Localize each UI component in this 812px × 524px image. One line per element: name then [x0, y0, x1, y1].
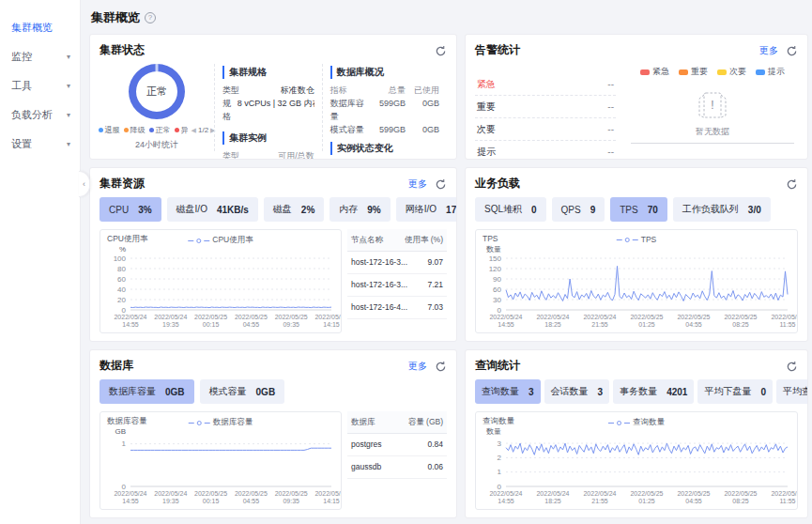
chevron-down-icon: ▾	[67, 140, 70, 148]
chip-memory[interactable]: 内存9%	[329, 197, 390, 222]
svg-text:数量: 数量	[486, 427, 501, 436]
alarm-row-hint: 提示--	[475, 141, 616, 160]
svg-text:2022/05/2511:55: 2022/05/2511:55	[771, 490, 797, 504]
chip-avg-spill[interactable]: 平均下盘量0	[697, 379, 773, 404]
section-heading: 集群规格	[222, 66, 314, 79]
svg-text:150: 150	[489, 254, 502, 263]
refresh-icon[interactable]	[786, 44, 798, 56]
chip-db-capacity[interactable]: 数据库容量0GB	[100, 379, 194, 404]
card-title: 查询统计	[475, 358, 520, 374]
card-title: 集群状态	[100, 42, 145, 58]
empty-state: ! 暂无数据	[693, 85, 732, 138]
resources-more-link[interactable]: 更多	[408, 177, 427, 191]
alarm-severity-list: 紧急-- 重要-- 次要-- 提示--	[475, 64, 616, 151]
chart-title: 数据库容量	[107, 416, 147, 427]
sidebar-item-cluster-overview[interactable]: 集群概览	[0, 13, 80, 42]
chart-title: TPS	[483, 234, 498, 243]
chip-tps[interactable]: TPS70	[610, 197, 667, 222]
chip-network-io[interactable]: 网络I/O17KB/s	[396, 197, 457, 222]
svg-text:2022/05/2414:55: 2022/05/2414:55	[114, 314, 146, 328]
help-icon[interactable]: ?	[145, 12, 156, 23]
sidebar-item-tools[interactable]: 工具 ▾	[0, 71, 80, 100]
alarms-more-link[interactable]: 更多	[759, 44, 778, 57]
svg-text:2022/05/2421:55: 2022/05/2421:55	[583, 314, 616, 328]
sidebar-item-label: 设置	[11, 137, 32, 151]
chip-cpu[interactable]: CPU3%	[100, 197, 161, 222]
svg-text:2022/05/2514:15: 2022/05/2514:15	[314, 314, 341, 328]
page-header: 集群概览 ?	[89, 8, 807, 34]
legend-item-decommissioned[interactable]: 退服	[99, 125, 120, 135]
alarm-chart-baseline	[631, 143, 794, 144]
legend-item-hint[interactable]: 提示	[756, 66, 785, 78]
db-chart-legend[interactable]: 数据库容量	[189, 417, 253, 428]
db-overview-row: 数据库容量599GB0GB	[330, 97, 439, 123]
chip-session-count[interactable]: 会话数量3	[544, 379, 610, 404]
svg-text:80: 80	[117, 265, 126, 273]
spec-row: 类型标准数仓	[222, 84, 314, 97]
query-chart-legend[interactable]: 查询数量	[608, 417, 665, 428]
chart-title: 查询数量	[483, 416, 514, 427]
chip-avg-query-time[interactable]: 平均查询耗时0	[776, 379, 808, 404]
svg-text:2022/05/2508:25: 2022/05/2508:25	[724, 314, 757, 328]
chip-workload-queue[interactable]: 工作负载队列3/0	[673, 197, 771, 222]
svg-text:2022/05/2500:15: 2022/05/2500:15	[194, 314, 227, 328]
legend-swatch	[717, 69, 727, 75]
sidebar-item-label: 监控	[11, 50, 32, 64]
chip-qps[interactable]: QPS9	[552, 197, 605, 222]
cpu-chart-legend[interactable]: CPU使用率	[188, 235, 253, 246]
refresh-icon[interactable]	[435, 44, 447, 56]
pager-prev-icon[interactable]: ◀	[192, 127, 196, 134]
table-row: postgres0.84	[347, 434, 447, 456]
legend-item-major[interactable]: 重要	[679, 66, 708, 78]
refresh-icon[interactable]	[786, 177, 798, 190]
chevron-down-icon: ▾	[67, 111, 70, 119]
cpu-usage-chart: CPU使用率 CPU使用率 020406080100%2022/05/2414:…	[100, 229, 342, 333]
chip-disk[interactable]: 磁盘2%	[264, 197, 324, 222]
sidebar-item-settings[interactable]: 设置 ▾	[0, 130, 80, 159]
legend-item-critical[interactable]: 紧急	[640, 66, 669, 78]
chip-schema-capacity[interactable]: 模式容量0GB	[200, 379, 285, 404]
card-title: 业务负载	[475, 176, 520, 192]
database-more-link[interactable]: 更多	[408, 360, 427, 373]
svg-text:2022/05/2419:35: 2022/05/2419:35	[154, 314, 187, 328]
db-capacity-table: 数据库容量 (GB) postgres0.84 gaussdb0.06	[347, 411, 447, 510]
legend-item-normal[interactable]: 正常	[149, 125, 171, 135]
svg-text:2022/05/2509:35: 2022/05/2509:35	[275, 314, 308, 328]
legend-swatch	[640, 69, 650, 75]
svg-text:60: 60	[117, 275, 126, 284]
svg-text:2022/05/2418:25: 2022/05/2418:25	[536, 490, 569, 504]
svg-text:2022/05/2504:55: 2022/05/2504:55	[235, 490, 268, 504]
svg-text:GB: GB	[115, 427, 126, 436]
svg-text:2022/05/2414:55: 2022/05/2414:55	[489, 490, 522, 504]
legend-dot	[124, 128, 129, 132]
tps-chart-legend[interactable]: TPS	[617, 235, 657, 244]
legend-item-abnormal[interactable]: 异常	[175, 125, 188, 135]
chip-query-count[interactable]: 查询数量3	[475, 379, 541, 404]
chip-disk-io[interactable]: 磁盘I/O41KB/s	[167, 197, 258, 222]
sidebar-item-label: 集群概览	[11, 21, 53, 35]
refresh-icon[interactable]	[786, 360, 798, 372]
legend-item-degraded[interactable]: 降级	[124, 125, 146, 135]
table-row: host-172-16-3...9.07	[347, 252, 447, 274]
query-statistics-card: 查询统计 查询数量3 会话数量3 事务数量4201 平均下盘量0 平均查询耗时0	[465, 349, 808, 518]
db-overview-header: 指标总量已使用	[330, 84, 439, 97]
sidebar-item-workload-analysis[interactable]: 负载分析 ▾	[0, 100, 80, 130]
svg-text:数量: 数量	[486, 245, 501, 254]
table-row: gaussdb0.06	[347, 456, 447, 479]
table-header: 数据库容量 (GB)	[347, 411, 447, 434]
svg-text:3: 3	[498, 439, 502, 448]
sidebar-item-monitoring[interactable]: 监控 ▾	[0, 42, 80, 71]
chart-title: CPU使用率	[107, 234, 147, 245]
query-metric-chips: 查询数量3 会话数量3 事务数量4201 平均下盘量0 平均查询耗时0	[475, 379, 798, 404]
cluster-health-gauge: 正常 退服 降级 正常 异常 ◀1/2▶ 24小时统计	[100, 64, 214, 151]
spec-row: 规格8 vCPUs | 32 GB 内存 | 400 G...	[222, 97, 314, 123]
refresh-icon[interactable]	[435, 360, 447, 372]
alarm-row-minor: 次要--	[475, 118, 616, 141]
instances-header: 类型可用/总数	[222, 149, 314, 160]
refresh-icon[interactable]	[435, 177, 447, 190]
donut-tick	[156, 64, 159, 71]
legend-item-minor[interactable]: 次要	[717, 66, 746, 78]
chip-transaction-count[interactable]: 事务数量4201	[613, 379, 694, 404]
chip-sql-backlog[interactable]: SQL堆积0	[475, 197, 546, 222]
svg-text:2022/05/2414:55: 2022/05/2414:55	[489, 314, 522, 328]
